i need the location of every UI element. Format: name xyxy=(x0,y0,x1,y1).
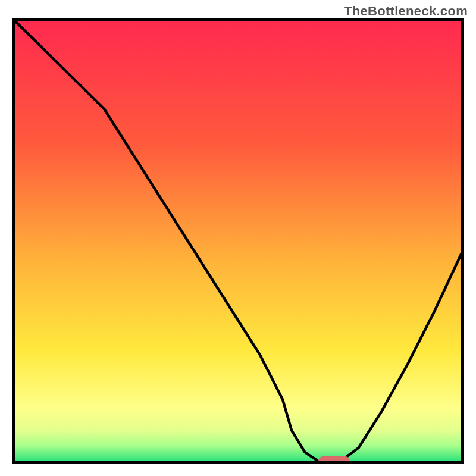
watermark-text: TheBottleneck.com xyxy=(344,4,468,19)
optimum-marker xyxy=(318,456,350,464)
bottleneck-curve xyxy=(15,21,461,461)
plot-area xyxy=(12,18,464,464)
chart-container: TheBottleneck.com xyxy=(0,0,476,476)
